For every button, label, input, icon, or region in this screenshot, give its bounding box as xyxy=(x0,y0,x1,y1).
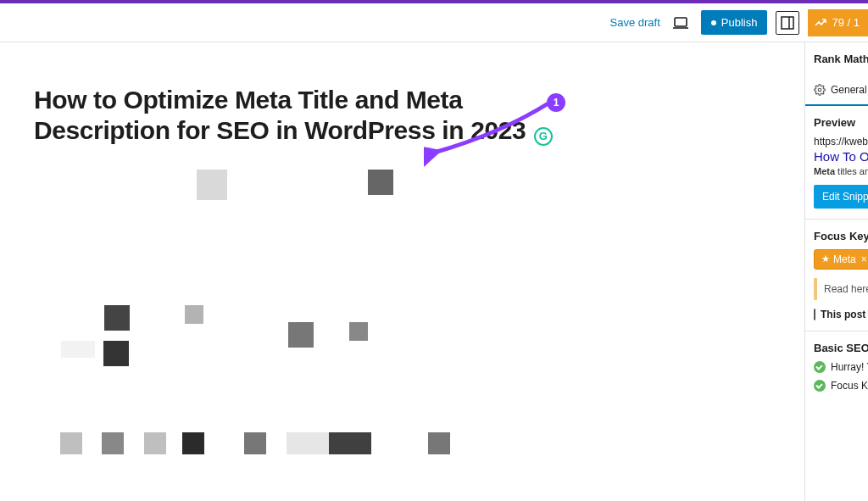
editor-toolbar: Save draft Publish 79 / 1 xyxy=(0,3,868,42)
image-placeholder-pixel xyxy=(288,322,314,348)
seo-score-text: 79 / 1 xyxy=(832,16,860,29)
image-placeholder-pixel xyxy=(197,170,227,200)
sidebar-toggle-button[interactable] xyxy=(776,11,799,35)
image-placeholder-pixel xyxy=(144,432,166,454)
basic-seo-heading: Basic SEO xyxy=(814,342,860,354)
keyword-hint[interactable]: Read here xyxy=(814,278,860,300)
basic-seo-section: Basic SEO Hurray! Y the SEO T Focus Ke xyxy=(805,331,868,402)
save-draft-link[interactable]: Save draft xyxy=(610,16,660,29)
snippet-url: https://kwebb xyxy=(814,136,860,148)
image-placeholder-pixel xyxy=(185,305,203,324)
image-placeholder-pixel xyxy=(244,432,266,454)
focus-keyword-heading: Focus Keywo xyxy=(814,230,860,242)
snippet-description: Meta titles and pivotal role in (SEO). T… xyxy=(814,165,860,178)
focus-keyword-pill[interactable]: ★ Meta × xyxy=(814,249,868,270)
preview-heading: Preview xyxy=(814,116,860,129)
focus-keyword-text: Meta xyxy=(833,253,856,265)
gear-icon xyxy=(814,84,826,96)
tab-general[interactable]: General xyxy=(805,75,868,106)
check-ok-icon xyxy=(814,380,826,392)
image-placeholder-pixel xyxy=(60,432,82,454)
snippet-title: How To Opt xyxy=(814,149,860,164)
seo-check-item: Hurray! Y the SEO T xyxy=(814,361,860,373)
post-title[interactable]: How to Optimize Meta Title and Meta Desc… xyxy=(34,86,526,144)
image-placeholder-pixel xyxy=(287,432,329,454)
featured-image-block[interactable] xyxy=(34,170,576,492)
preview-button[interactable] xyxy=(669,14,693,32)
image-placeholder-pixel xyxy=(329,432,371,454)
svg-rect-2 xyxy=(782,17,793,29)
seo-score-button[interactable]: 79 / 1 xyxy=(808,9,868,36)
trend-icon xyxy=(815,18,826,28)
laptop-icon xyxy=(672,17,689,29)
grammarly-icon[interactable] xyxy=(534,127,553,146)
pillar-checkbox-row[interactable]: This post xyxy=(814,309,860,320)
image-placeholder-pixel xyxy=(368,170,393,195)
image-placeholder-pixel xyxy=(102,432,124,454)
check-ok-icon xyxy=(814,361,826,373)
svg-rect-0 xyxy=(675,18,687,26)
pillar-label: This post xyxy=(821,309,865,320)
post-editor[interactable]: How to Optimize Meta Title and Meta Desc… xyxy=(0,42,804,501)
remove-keyword-icon[interactable]: × xyxy=(861,253,867,265)
checkbox-icon[interactable] xyxy=(814,309,815,320)
image-placeholder-pixel xyxy=(349,322,368,341)
status-dot-icon xyxy=(711,20,716,25)
publish-button[interactable]: Publish xyxy=(701,10,768,35)
tab-general-label: General xyxy=(831,84,867,96)
edit-snippet-button[interactable]: Edit Snippe xyxy=(814,185,868,209)
sidebar-tabs: General xyxy=(805,75,868,106)
rank-math-sidebar: Rank Math General Preview https://kwebb … xyxy=(804,42,868,501)
svg-point-4 xyxy=(818,88,821,92)
image-placeholder-pixel xyxy=(61,341,95,358)
publish-label: Publish xyxy=(721,16,758,29)
seo-check-item: Focus Ke xyxy=(814,380,860,392)
image-placeholder-pixel xyxy=(182,432,204,454)
preview-section: Preview https://kwebb How To Opt Meta ti… xyxy=(805,106,868,220)
image-placeholder-pixel xyxy=(428,432,450,454)
focus-keyword-section: Focus Keywo ★ Meta × Read here This post xyxy=(805,220,868,331)
sidebar-title: Rank Math xyxy=(805,42,868,75)
image-placeholder-pixel xyxy=(103,341,129,366)
image-placeholder-pixel xyxy=(104,305,130,331)
star-icon: ★ xyxy=(821,253,830,264)
panel-icon xyxy=(781,16,794,30)
main-content: How to Optimize Meta Title and Meta Desc… xyxy=(0,42,868,501)
